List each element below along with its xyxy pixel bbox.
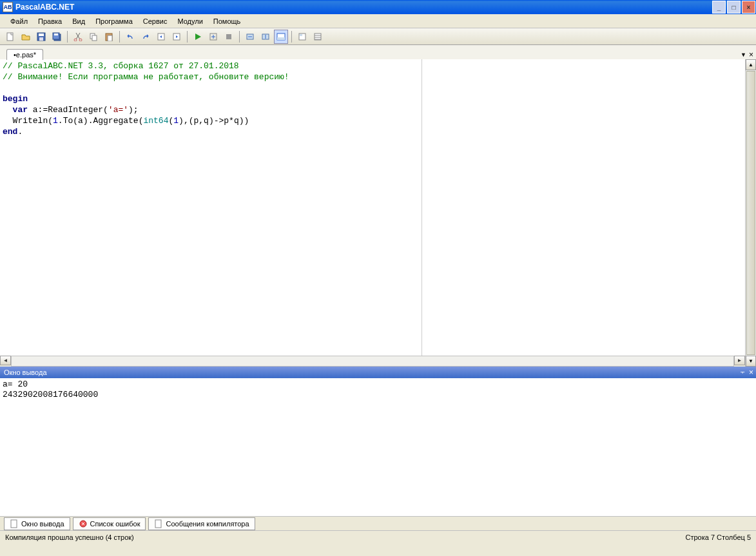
- minimize-button[interactable]: _: [712, 1, 726, 14]
- tab-close-icon[interactable]: ×: [749, 50, 753, 59]
- menu-program[interactable]: Программа: [90, 15, 138, 27]
- svg-rect-24: [11, 520, 17, 528]
- code-editor[interactable]: // PascalABC.NET 3.3, сборка 1627 от 27.…: [0, 59, 422, 356]
- menu-edit[interactable]: Правка: [33, 15, 67, 27]
- horizontal-scrollbar[interactable]: ◄ ►: [0, 356, 745, 367]
- code-line: Writeln(: [3, 116, 53, 126]
- save-all-icon[interactable]: [50, 30, 64, 44]
- tab-label: Сообщения компилятора: [166, 520, 249, 528]
- status-bar: Компиляция прошла успешно (4 строк) Стро…: [0, 530, 756, 543]
- doc-icon: [10, 519, 19, 528]
- redo-icon[interactable]: [139, 30, 153, 44]
- paste-icon[interactable]: [102, 30, 116, 44]
- svg-point-7: [74, 39, 77, 41]
- doc-icon: [154, 519, 163, 528]
- tab-error-list[interactable]: Список ошибок: [73, 517, 146, 530]
- scroll-thumb[interactable]: [746, 71, 755, 355]
- step-over-icon[interactable]: [243, 30, 257, 44]
- status-message: Компиляция прошла успешно (4 строк): [5, 533, 134, 541]
- output-panel-title: Окно вывода: [4, 369, 47, 376]
- menu-view[interactable]: Вид: [67, 15, 90, 27]
- tab-menu-icon[interactable]: ▼: [741, 52, 746, 58]
- tab-label: Список ошибок: [90, 520, 141, 528]
- cut-icon[interactable]: [71, 30, 85, 44]
- stop-icon[interactable]: [222, 30, 236, 44]
- step-into-icon[interactable]: [258, 30, 273, 44]
- copy-icon[interactable]: [86, 30, 101, 44]
- menu-modules[interactable]: Модули: [172, 15, 208, 27]
- close-panel-icon[interactable]: ×: [749, 368, 753, 377]
- menu-help[interactable]: Помощь: [208, 15, 246, 27]
- cursor-position: Строка 7 Столбец 5: [685, 533, 751, 541]
- tab-bar-controls: ▼ ×: [741, 50, 756, 59]
- svg-rect-6: [54, 34, 58, 35]
- toolbar-separator: [119, 31, 120, 43]
- save-icon[interactable]: [34, 30, 48, 44]
- svg-rect-20: [277, 37, 285, 40]
- toolbar-separator: [67, 31, 68, 43]
- svg-rect-12: [108, 35, 112, 41]
- menu-file[interactable]: Файл: [5, 15, 33, 27]
- svg-rect-22: [300, 34, 302, 36]
- scroll-down-icon[interactable]: ▼: [746, 356, 756, 367]
- menu-bar: Файл Правка Вид Программа Сервис Модули …: [0, 14, 756, 28]
- bottom-tabs: Окно вывода Список ошибок Сообщения комп…: [0, 516, 756, 530]
- compile-icon[interactable]: [206, 30, 220, 44]
- code-line: end: [3, 127, 17, 137]
- toolbar: [0, 28, 756, 45]
- app-title: PascalABC.NET: [15, 3, 74, 12]
- vertical-scrollbar[interactable]: ▲ ▼: [745, 59, 756, 367]
- svg-rect-0: [7, 33, 13, 41]
- nav-forward-icon[interactable]: [170, 30, 184, 44]
- scroll-up-icon[interactable]: ▲: [746, 59, 756, 70]
- scroll-right-icon[interactable]: ►: [734, 356, 745, 365]
- open-file-icon[interactable]: [19, 30, 33, 44]
- pin-icon[interactable]: ⫟: [739, 368, 746, 377]
- toolbar-separator: [187, 31, 188, 43]
- code-line: // Внимание! Если программа не работает,…: [3, 72, 289, 82]
- menu-service[interactable]: Сервис: [138, 15, 173, 27]
- toggle-output-icon[interactable]: [274, 30, 288, 44]
- nav-back-icon[interactable]: [154, 30, 168, 44]
- file-tab[interactable]: •e.pas*: [6, 49, 43, 60]
- window-controls: _ □ ×: [712, 0, 756, 14]
- scroll-left-icon[interactable]: ◄: [0, 356, 11, 365]
- tab-label: Окно вывода: [21, 520, 64, 528]
- svg-rect-16: [226, 34, 231, 39]
- toolbar-separator: [239, 31, 240, 43]
- svg-rect-3: [39, 37, 43, 41]
- tab-compiler-messages[interactable]: Сообщения компилятора: [148, 517, 255, 530]
- title-bar: AB PascalABC.NET _ □ ×: [0, 0, 756, 14]
- toolbar-separator: [291, 31, 292, 43]
- svg-rect-26: [155, 520, 161, 528]
- undo-icon[interactable]: [123, 30, 137, 44]
- output-panel-header: Окно вывода ⫟ ×: [0, 367, 756, 378]
- code-line: begin: [3, 94, 28, 104]
- error-icon: [79, 519, 88, 528]
- run-icon[interactable]: [191, 30, 205, 44]
- app-icon: AB: [3, 2, 13, 12]
- close-button[interactable]: ×: [742, 1, 755, 14]
- properties-icon[interactable]: [311, 30, 325, 44]
- output-panel[interactable]: a= 20 2432902008176640000: [0, 378, 756, 516]
- editor-area: // PascalABC.NET 3.3, сборка 1627 от 27.…: [0, 59, 756, 367]
- secondary-pane: [422, 59, 745, 356]
- code-line: [3, 105, 13, 115]
- code-line: // PascalABC.NET 3.3, сборка 1627 от 27.…: [3, 61, 239, 71]
- new-file-icon[interactable]: [3, 30, 17, 44]
- maximize-button[interactable]: □: [727, 1, 741, 14]
- svg-point-8: [79, 39, 82, 41]
- svg-rect-2: [39, 34, 44, 36]
- scroll-track[interactable]: [11, 356, 734, 367]
- design-icon[interactable]: [295, 30, 309, 44]
- svg-rect-10: [92, 35, 97, 41]
- tab-output-window[interactable]: Окно вывода: [4, 517, 70, 530]
- file-tabs: •e.pas* ▼ ×: [0, 45, 756, 59]
